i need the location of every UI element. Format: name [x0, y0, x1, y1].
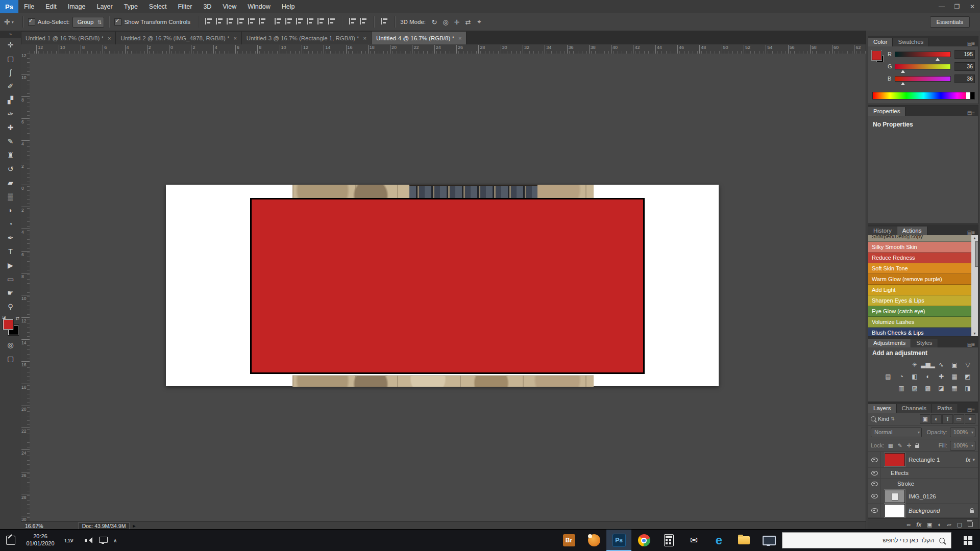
collapse-tools-button[interactable]: »	[0, 31, 21, 38]
horizontal-ruler[interactable]: 1412108642024681012141618202224262830323…	[30, 44, 866, 54]
crop-tool[interactable]: ▞	[0, 93, 21, 107]
taskbar-search[interactable]: הקלד כאן כדי לחפש	[782, 532, 951, 548]
history-brush-tool[interactable]: ↺	[0, 162, 21, 176]
brightness-contrast-icon[interactable]: ☀	[909, 359, 921, 370]
edge-app[interactable]: e	[706, 530, 731, 551]
document-tab-4[interactable]: Untitled-4 @ 16.7% (RGB/8) *×	[372, 32, 467, 44]
channel-slider[interactable]	[895, 64, 951, 69]
align-top-edges-icon[interactable]	[205, 18, 213, 24]
menu-filter[interactable]: Filter	[173, 0, 198, 13]
adjustment-layer-filter-icon[interactable]: ◐	[931, 414, 942, 424]
channel-value[interactable]: 36	[954, 74, 975, 83]
current-tool-icon[interactable]: ✛▾	[4, 18, 14, 26]
close-button[interactable]: ✕	[965, 0, 980, 13]
photo-filter-icon[interactable]: ◐	[922, 371, 934, 382]
mail-app[interactable]: ✉	[681, 530, 706, 551]
visibility-toggle[interactable]	[868, 468, 881, 478]
pixel-layer-filter-icon[interactable]: ▣	[920, 414, 930, 424]
layer-row-img-0126[interactable]: IMG_0126	[868, 489, 978, 504]
show-transform-checkbox[interactable]	[114, 18, 121, 26]
eraser-tool[interactable]: ▰	[0, 176, 21, 189]
tab-close-icon[interactable]: ×	[233, 35, 236, 41]
blur-tool[interactable]: ◗	[0, 203, 21, 217]
red-rectangle-shape[interactable]	[250, 198, 645, 374]
posterize-icon[interactable]: ▥	[895, 383, 908, 393]
action-item[interactable]: Reduce Redness	[868, 253, 971, 263]
bridge-app[interactable]: Br	[556, 530, 581, 551]
action-item[interactable]: Sharpen Eyes & Lips	[868, 295, 971, 306]
new-adjustment-layer-icon[interactable]: ◐	[938, 521, 941, 528]
canvas-area[interactable]	[30, 54, 866, 521]
layer-row-background[interactable]: Background	[868, 504, 978, 518]
curves-icon[interactable]: ∿	[935, 359, 947, 370]
pattern-fill-icon[interactable]: ▦	[948, 383, 961, 393]
language-indicator[interactable]: עבר	[63, 530, 74, 551]
distribute-top-edges-icon[interactable]	[275, 18, 282, 24]
action-item[interactable]: Volumize Lashes	[868, 317, 971, 328]
quick-selection-tool[interactable]: ✐	[0, 79, 21, 93]
lasso-tool[interactable]: ʃ	[0, 65, 21, 79]
action-item[interactable]: Add Light	[868, 285, 971, 295]
layer-row-effects[interactable]: Effects	[868, 468, 978, 479]
action-item[interactable]: Soft Skin Tone	[868, 263, 971, 274]
foreground-color-well[interactable]	[872, 51, 881, 60]
channel-mixer-icon[interactable]: ✚	[935, 371, 947, 382]
3d-scale-icon[interactable]: ⌖	[475, 18, 484, 26]
visibility-toggle[interactable]	[868, 489, 881, 503]
action-item[interactable]: Eye Glow (catch eye)	[868, 306, 971, 317]
menu-edit[interactable]: Edit	[40, 0, 62, 13]
eyedropper-tool[interactable]: ✑	[0, 107, 21, 120]
3d-pan-icon[interactable]: ✛	[452, 18, 461, 26]
align-vertical-centers-icon[interactable]	[216, 18, 224, 24]
color-spectrum-bar[interactable]	[872, 92, 975, 99]
action-item[interactable]: Warm Glow (remove purple)	[868, 274, 971, 285]
chrome-app[interactable]	[631, 530, 656, 551]
restore-button[interactable]: ❐	[949, 0, 965, 13]
minimize-button[interactable]: —	[934, 0, 949, 13]
channel-value[interactable]: 195	[954, 50, 975, 59]
action-item[interactable]: Blush Cheeks & Lips	[868, 328, 971, 336]
menu-image[interactable]: Image	[62, 0, 91, 13]
channel-slider[interactable]	[895, 76, 951, 82]
channel-slider[interactable]	[895, 52, 951, 57]
new-group-icon[interactable]: ▱	[947, 521, 951, 528]
document-canvas[interactable]	[166, 185, 719, 386]
path-selection-tool[interactable]: ▶	[0, 258, 21, 272]
layers-tab-channels[interactable]: Channels	[897, 404, 933, 413]
display-icon[interactable]	[99, 537, 108, 543]
delete-layer-icon[interactable]	[968, 522, 973, 527]
scroll-up-icon[interactable]: ▲	[971, 235, 978, 241]
rectangle-tool[interactable]: ▭	[0, 272, 21, 286]
clone-stamp-tool[interactable]: ♜	[0, 148, 21, 162]
monitor-app[interactable]	[756, 530, 781, 551]
link-layers-icon[interactable]: ∞	[906, 521, 911, 528]
solid-color-icon[interactable]: ◨	[962, 383, 974, 393]
align-left-edges-icon[interactable]	[237, 18, 245, 24]
tab-close-icon[interactable]: ×	[108, 35, 111, 41]
panel-menu-icon[interactable]: ▤≡	[964, 342, 978, 347]
slider-marker[interactable]	[901, 80, 905, 85]
menu-view[interactable]: View	[217, 0, 242, 13]
invert-icon[interactable]: ◩	[962, 371, 974, 382]
zoom-tool[interactable]: ⚲	[0, 299, 21, 313]
photoshop-app[interactable]: Ps	[606, 530, 631, 551]
document-tab-2[interactable]: Untitled-2 @ 16.7% (IMG_4978, RGB/8) *×	[116, 32, 241, 44]
visibility-toggle[interactable]	[868, 504, 881, 517]
layer-row-rectangle-1[interactable]: Rectangle 1fx▾	[868, 452, 978, 468]
channel-value[interactable]: 36	[954, 62, 975, 71]
windows-ink-icon[interactable]	[6, 536, 15, 545]
smart-object-filter-icon[interactable]: ✦	[965, 414, 975, 424]
threshold-icon[interactable]: ▨	[909, 383, 921, 393]
hand-tool[interactable]: ☛	[0, 286, 21, 299]
default-colors-icon[interactable]: ◪	[2, 315, 6, 319]
new-layer-icon[interactable]: ▢	[957, 521, 962, 528]
opacity-value[interactable]: 100%	[950, 428, 975, 437]
brush-tool[interactable]: ✎	[0, 134, 21, 148]
panel-menu-icon[interactable]: ▤≡	[964, 407, 978, 413]
menu-layer[interactable]: Layer	[91, 0, 118, 13]
3d-rotate-icon[interactable]: ↻	[430, 18, 439, 26]
auto-select-checkbox[interactable]	[28, 18, 35, 26]
gradient-map-icon[interactable]: ▩	[922, 383, 934, 393]
file-explorer-app[interactable]	[731, 530, 756, 551]
foreground-color-swatch[interactable]	[3, 319, 13, 330]
